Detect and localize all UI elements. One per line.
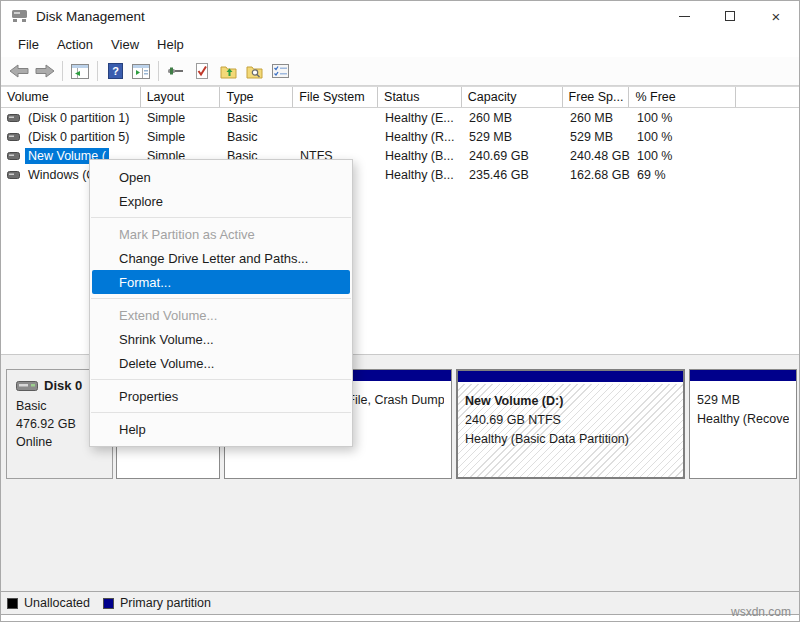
partition-size: 240.69 GB NTFS: [465, 411, 676, 430]
help-icon[interactable]: ?: [102, 59, 128, 83]
properties-list-icon[interactable]: [267, 59, 293, 83]
column-volume[interactable]: Volume: [1, 87, 141, 107]
cell-pct: 69 %: [631, 168, 738, 182]
forward-icon[interactable]: [32, 59, 58, 83]
column-status[interactable]: Status: [378, 87, 462, 107]
volume-icon: [7, 133, 20, 141]
menu-item-open[interactable]: Open: [90, 165, 352, 189]
menu-item-explore[interactable]: Explore: [90, 189, 352, 213]
menu-item-shrink-volume[interactable]: Shrink Volume...: [90, 327, 352, 351]
menu-item-format[interactable]: Format...: [92, 270, 350, 294]
disk-management-window: Disk Management × File Action View Help: [0, 0, 800, 622]
cell-layout: Simple: [141, 111, 221, 125]
back-icon[interactable]: [6, 59, 32, 83]
cell-status: Healthy (B...: [379, 168, 463, 182]
check-document-icon[interactable]: [189, 59, 215, 83]
primary-partition-swatch: [103, 598, 114, 609]
legend-label: Primary partition: [120, 596, 211, 610]
volume-list-header: Volume Layout Type File System Status Ca…: [1, 86, 799, 108]
partition-status: Healthy (Recovery Partition): [697, 410, 789, 429]
svg-text:?: ?: [112, 65, 119, 77]
cell-type: Basic: [221, 130, 294, 144]
menu-bar: File Action View Help: [1, 31, 799, 57]
unallocated-swatch: [7, 598, 18, 609]
cell-free: 240.48 GB: [564, 149, 631, 163]
menu-item-properties[interactable]: Properties: [90, 384, 352, 408]
disk-icon: [16, 380, 38, 392]
minimize-button[interactable]: [661, 1, 707, 31]
partition-new-volume[interactable]: New Volume (D:) 240.69 GB NTFS Healthy (…: [456, 369, 685, 479]
volume-icon: [7, 114, 20, 122]
folder-up-icon[interactable]: [215, 59, 241, 83]
folder-search-icon[interactable]: [241, 59, 267, 83]
menu-separator: [91, 298, 351, 299]
legend-primary-partition: Primary partition: [103, 596, 211, 610]
column-layout[interactable]: Layout: [141, 87, 221, 107]
maximize-button[interactable]: [707, 1, 753, 31]
cell-free: 529 MB: [564, 130, 631, 144]
cell-capacity: 240.69 GB: [463, 149, 564, 163]
table-row[interactable]: (Disk 0 partition 1) Simple Basic Health…: [1, 108, 799, 127]
volume-icon: [7, 152, 20, 160]
show-console-tree-icon[interactable]: [67, 59, 93, 83]
menu-view[interactable]: View: [102, 34, 148, 55]
menu-item-mark-partition-active: Mark Partition as Active: [90, 222, 352, 246]
column-spacer: [736, 87, 799, 107]
partition-color-bar: [690, 370, 796, 383]
partition-status: Healthy (Basic Data Partition): [465, 430, 676, 449]
menu-item-help[interactable]: Help: [90, 417, 352, 441]
legend-bar: Unallocated Primary partition: [1, 591, 799, 615]
menu-item-extend-volume: Extend Volume...: [90, 303, 352, 327]
menu-help[interactable]: Help: [148, 34, 193, 55]
volume-name: (Disk 0 partition 5): [25, 129, 132, 145]
partition-color-bar: [458, 371, 683, 384]
app-icon: [11, 9, 28, 23]
cell-type: Basic: [221, 111, 294, 125]
cell-status: Healthy (E...: [379, 111, 463, 125]
volume-icon: [7, 171, 20, 179]
cell-capacity: 260 MB: [463, 111, 564, 125]
context-menu: Open Explore Mark Partition as Active Ch…: [89, 159, 353, 447]
toolbar-separator: [97, 61, 98, 81]
cell-free: 260 MB: [564, 111, 631, 125]
window-title: Disk Management: [36, 9, 145, 24]
partition-size: 529 MB: [697, 391, 789, 410]
column-capacity[interactable]: Capacity: [462, 87, 563, 107]
toolbar-separator: [62, 61, 63, 81]
cell-pct: 100 %: [631, 130, 738, 144]
column-type[interactable]: Type: [220, 87, 293, 107]
cell-layout: Simple: [141, 130, 221, 144]
cell-capacity: 529 MB: [463, 130, 564, 144]
volume-name: (Disk 0 partition 1): [25, 110, 132, 126]
close-button[interactable]: ×: [753, 1, 799, 31]
menu-file[interactable]: File: [9, 34, 48, 55]
cell-status: Healthy (B...: [379, 149, 463, 163]
show-action-pane-icon[interactable]: [128, 59, 154, 83]
partition-recovery[interactable]: 529 MB Healthy (Recovery Partition): [689, 369, 797, 479]
legend-unallocated: Unallocated: [7, 596, 90, 610]
menu-item-delete-volume[interactable]: Delete Volume...: [90, 351, 352, 375]
bottom-strip: [1, 615, 799, 622]
toolbar: ?: [1, 57, 799, 86]
menu-action[interactable]: Action: [48, 34, 102, 55]
tool-icon[interactable]: [163, 59, 189, 83]
watermark: wsxdn.com: [731, 605, 791, 619]
table-row[interactable]: (Disk 0 partition 5) Simple Basic Health…: [1, 127, 799, 146]
menu-item-change-drive-letter[interactable]: Change Drive Letter and Paths...: [90, 246, 352, 270]
cell-status: Healthy (R...: [379, 130, 463, 144]
column-pct-free[interactable]: % Free: [629, 87, 736, 107]
legend-label: Unallocated: [24, 596, 90, 610]
column-free-space[interactable]: Free Sp...: [563, 87, 630, 107]
title-bar: Disk Management ×: [1, 1, 799, 31]
partition-name: New Volume (D:): [465, 392, 676, 411]
menu-separator: [91, 412, 351, 413]
disk-name: Disk 0: [44, 378, 82, 393]
menu-separator: [91, 379, 351, 380]
cell-pct: 100 %: [631, 149, 738, 163]
toolbar-separator: [158, 61, 159, 81]
cell-pct: 100 %: [631, 111, 738, 125]
cell-capacity: 235.46 GB: [463, 168, 564, 182]
column-file-system[interactable]: File System: [293, 87, 378, 107]
menu-separator: [91, 217, 351, 218]
cell-free: 162.68 GB: [564, 168, 631, 182]
